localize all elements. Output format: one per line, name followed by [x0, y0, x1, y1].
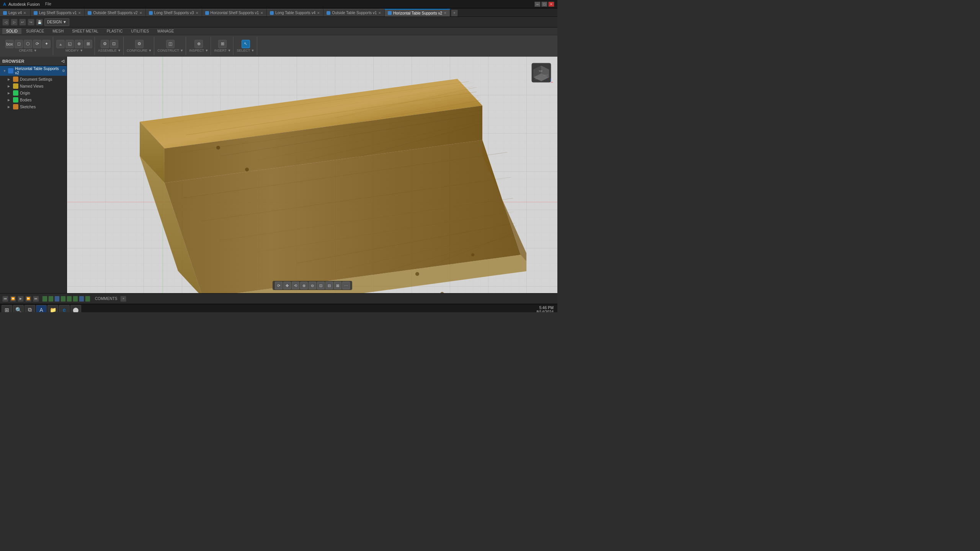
- vp-fit-button[interactable]: ⊡: [317, 282, 325, 289]
- minimize-button[interactable]: ─: [534, 2, 541, 7]
- tool-insert-0[interactable]: ⊞: [218, 40, 227, 48]
- tab-legs-v4[interactable]: Legs v4 ✕: [0, 9, 31, 16]
- toolbar-tab-mesh[interactable]: MESH: [49, 28, 67, 34]
- taskbar-chrome-button[interactable]: ⬤: [70, 305, 81, 313]
- tab-long-table-v4[interactable]: Long Table Supports v4 ✕: [267, 9, 323, 16]
- tool-group-label-configure[interactable]: CONFIGURE ▼: [127, 49, 152, 52]
- tab-horizontal-shelf-v1[interactable]: Horizontal Shelf Supports v1 ✕: [202, 9, 267, 16]
- vp-zoom-out-button[interactable]: ⊖: [309, 282, 316, 289]
- timeline-item-1[interactable]: [42, 296, 47, 302]
- taskbar-windows-button[interactable]: ⊞: [2, 305, 12, 313]
- vp-orbit-button[interactable]: ⟳: [275, 282, 283, 289]
- redo-button[interactable]: ↪: [28, 19, 34, 26]
- expand-icon-named-views[interactable]: ▶: [8, 85, 11, 88]
- tab-close-outside-table-v1[interactable]: ✕: [378, 11, 381, 15]
- toolbar-tab-solid[interactable]: SOLID: [2, 28, 21, 34]
- tool-group-label-select[interactable]: SELECT ▼: [237, 49, 254, 52]
- tool-select-0[interactable]: ↖: [242, 40, 250, 48]
- timeline-item-7[interactable]: [79, 296, 84, 302]
- tool-modify-3[interactable]: ⊞: [84, 40, 92, 48]
- timeline-next-button[interactable]: ⏩: [25, 296, 31, 302]
- expand-icon-root[interactable]: ▼: [3, 69, 7, 73]
- vp-zoom-in-button[interactable]: ⊕: [300, 282, 308, 289]
- tool-group-label-modify[interactable]: MODIFY ▼: [65, 49, 83, 52]
- maximize-button[interactable]: □: [541, 2, 547, 7]
- vp-display-button[interactable]: ⊠: [334, 282, 341, 289]
- vp-more-button[interactable]: ⋯: [342, 282, 350, 289]
- timeline-prev-button[interactable]: ⏪: [10, 296, 16, 302]
- design-mode-dropdown[interactable]: DESIGN ▼: [44, 18, 69, 26]
- tool-assemble-1[interactable]: ⊡: [110, 40, 118, 48]
- timeline-item-8[interactable]: [85, 296, 90, 302]
- expand-icon-sketches[interactable]: ▶: [8, 105, 11, 109]
- expand-icon-doc-settings[interactable]: ▶: [8, 78, 11, 81]
- tab-leg-shelf-v1[interactable]: Leg Shelf Supports v1 ✕: [31, 9, 85, 16]
- tool-inspect-0[interactable]: ⊕: [194, 40, 203, 48]
- tool-group-label-insert[interactable]: INSERT ▼: [214, 49, 231, 52]
- toolbar-tab-utilities[interactable]: UTILITIES: [127, 28, 153, 34]
- expand-icon-bodies[interactable]: ▶: [8, 98, 11, 102]
- tab-outside-table-v1[interactable]: Outside Table Supports v1 ✕: [323, 9, 385, 16]
- tool-create-0[interactable]: box: [5, 40, 14, 48]
- expand-icon-origin[interactable]: ▶: [8, 91, 11, 95]
- vp-wireframe-button[interactable]: ⊟: [325, 282, 333, 289]
- vp-zoom-button[interactable]: ⟲: [292, 282, 299, 289]
- tab-close-long-table-v4[interactable]: ✕: [317, 11, 320, 15]
- tool-assemble-0[interactable]: ⚙: [101, 40, 109, 48]
- tool-group-label-inspect[interactable]: INSPECT ▼: [189, 49, 208, 52]
- tool-modify-1[interactable]: ◱: [65, 40, 74, 48]
- tab-close-horizontal-table-v2[interactable]: ✕: [444, 11, 447, 15]
- browser-item-root[interactable]: ▼ Horizontal Table Supports v2⚙: [0, 66, 67, 76]
- taskbar-edge-button[interactable]: e: [59, 305, 70, 313]
- vp-pan-button[interactable]: ✥: [283, 282, 291, 289]
- timeline-item-3[interactable]: [54, 296, 60, 302]
- timeline-play-button[interactable]: ▶: [18, 296, 24, 302]
- forward-button[interactable]: ▷: [11, 19, 18, 26]
- tab-close-outside-shelf-v2[interactable]: ✕: [139, 11, 142, 15]
- tool-construct-0[interactable]: ◫: [166, 40, 175, 48]
- tool-create-4[interactable]: ✦: [42, 40, 51, 48]
- browser-collapse-icon[interactable]: ◁: [61, 59, 64, 63]
- browser-item-bodies[interactable]: ▶ Bodies: [0, 96, 67, 103]
- taskbar-fusion-button[interactable]: A: [36, 305, 47, 313]
- tool-modify-0[interactable]: ⟁: [56, 40, 65, 48]
- timeline-start-button[interactable]: ⏮: [2, 296, 8, 302]
- toolbar-tab-surface[interactable]: SURFACE: [22, 28, 48, 34]
- tab-horizontal-table-v2[interactable]: Horizontal Table Supports v2 ✕: [385, 9, 450, 16]
- taskbar-task-view-button[interactable]: ⧉: [24, 305, 35, 313]
- tool-configure-0[interactable]: ⚙: [135, 40, 144, 48]
- browser-item-named-views[interactable]: ▶ Named Views: [0, 83, 67, 90]
- tab-close-long-shelf-v3[interactable]: ✕: [196, 11, 199, 15]
- close-button[interactable]: ✕: [548, 2, 554, 7]
- new-tab-button[interactable]: +: [451, 10, 458, 16]
- tool-group-label-construct[interactable]: CONSTRUCT ▼: [157, 49, 183, 52]
- timeline-item-6[interactable]: [73, 296, 78, 302]
- tab-close-legs-v4[interactable]: ✕: [23, 11, 26, 15]
- tab-long-shelf-v3[interactable]: Long Shelf Supports v3 ✕: [146, 9, 202, 16]
- tool-create-2[interactable]: ⬡: [24, 40, 32, 48]
- tab-outside-shelf-v2[interactable]: Outside Shelf Supports v2 ✕: [85, 9, 145, 16]
- undo-button[interactable]: ↩: [19, 19, 26, 26]
- menu-file[interactable]: File: [45, 2, 51, 6]
- timeline-item-2[interactable]: [48, 296, 54, 302]
- tab-close-leg-shelf-v1[interactable]: ✕: [78, 11, 81, 15]
- toolbar-tab-plastic[interactable]: PLASTIC: [103, 28, 127, 34]
- tool-group-label-assemble[interactable]: ASSEMBLE ▼: [98, 49, 121, 52]
- view-cube[interactable]: TOP FRONT RIGHT: [530, 61, 553, 84]
- tool-create-3[interactable]: ⟳: [33, 40, 41, 48]
- browser-item-sketches[interactable]: ▶ Sketches: [0, 103, 67, 110]
- back-button[interactable]: ◁: [2, 19, 9, 26]
- tool-create-1[interactable]: ◻: [15, 40, 23, 48]
- toolbar-tab-manage[interactable]: MANAGE: [154, 28, 178, 34]
- tab-close-horizontal-shelf-v1[interactable]: ✕: [260, 11, 263, 15]
- taskbar-search-button[interactable]: 🔍: [13, 305, 24, 313]
- timeline-end-button[interactable]: ⏭: [33, 296, 39, 302]
- viewport[interactable]: TOP FRONT RIGHT ⟳ ✥ ⟲ ⊕ ⊖ ⊡ ⊟ ⊠ ⋯: [67, 57, 557, 293]
- timeline-item-4[interactable]: [60, 296, 66, 302]
- root-settings-icon[interactable]: ⚙: [62, 69, 65, 73]
- save-button[interactable]: 💾: [36, 19, 43, 26]
- taskbar-explorer-button[interactable]: 📁: [47, 305, 58, 313]
- browser-item-doc-settings[interactable]: ▶ Document Settings: [0, 76, 67, 83]
- tool-modify-2[interactable]: ⊕: [75, 40, 83, 48]
- tool-group-label-create[interactable]: CREATE ▼: [19, 49, 37, 52]
